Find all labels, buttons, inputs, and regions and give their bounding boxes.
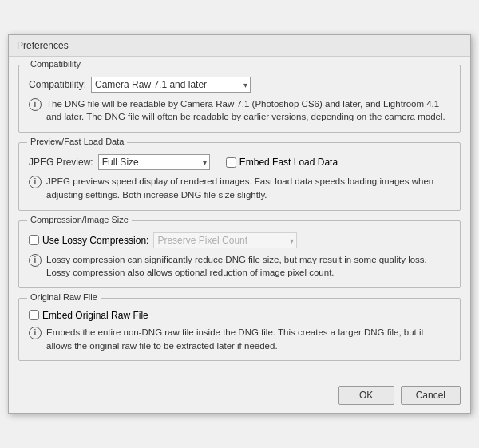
ok-button[interactable]: OK <box>338 386 394 405</box>
preview-info-text: JPEG previews speed display of rendered … <box>46 175 450 201</box>
preview-info-icon: i <box>29 176 42 188</box>
embed-original-checkbox[interactable] <box>29 310 39 320</box>
compatibility-select[interactable]: Camera Raw 2.4 and later Camera Raw 4.1 … <box>91 77 251 93</box>
dialog-body: Compatibility Compatibility: Camera Raw … <box>9 57 470 379</box>
compatibility-info-text: The DNG file will be readable by Camera … <box>46 97 450 124</box>
embed-fast-load-label[interactable]: Embed Fast Load Data <box>240 157 338 168</box>
compatibility-legend: Compatibility <box>27 59 84 69</box>
original-raw-section: Original Raw File Embed Original Raw Fil… <box>18 298 461 361</box>
preview-info-row: i JPEG previews speed display of rendere… <box>29 175 450 201</box>
compatibility-label: Compatibility: <box>29 79 86 90</box>
embed-fast-load-checkbox[interactable] <box>226 157 236 168</box>
lossy-compression-wrapper: Use Lossy Compression: <box>29 235 148 246</box>
lossy-compression-label[interactable]: Use Lossy Compression: <box>42 235 148 246</box>
compatibility-info-row: i The DNG file will be readable by Camer… <box>29 97 450 124</box>
cancel-button[interactable]: Cancel <box>401 386 461 405</box>
preview-section: Preview/Fast Load Data JPEG Preview: Non… <box>18 142 461 210</box>
original-raw-info-icon: i <box>29 327 42 339</box>
dialog-title: Preferences <box>9 35 470 57</box>
embed-fast-load-wrapper: Embed Fast Load Data <box>226 157 338 168</box>
jpeg-preview-select-wrapper: None Medium Size Full Size <box>98 154 210 170</box>
original-raw-info-text: Embeds the entire non-DNG raw file insid… <box>46 326 450 352</box>
compatibility-section: Compatibility Compatibility: Camera Raw … <box>18 65 461 133</box>
preview-legend: Preview/Fast Load Data <box>27 137 127 146</box>
compression-legend: Compression/Image Size <box>27 215 132 224</box>
preferences-dialog: Preferences Compatibility Compatibility:… <box>8 34 471 414</box>
preserve-pixel-select-wrapper: Preserve Pixel Count Reduce to 1 MP Redu… <box>153 232 297 248</box>
jpeg-preview-select[interactable]: None Medium Size Full Size <box>98 154 210 170</box>
original-raw-legend: Original Raw File <box>27 292 101 302</box>
original-raw-info-row: i Embeds the entire non-DNG raw file ins… <box>29 326 450 352</box>
compression-info-text: Lossy compression can significantly redu… <box>46 253 450 280</box>
compression-info-row: i Lossy compression can significantly re… <box>29 253 450 280</box>
compression-section: Compression/Image Size Use Lossy Compres… <box>18 220 461 288</box>
preserve-pixel-select[interactable]: Preserve Pixel Count Reduce to 1 MP Redu… <box>153 232 297 248</box>
lossy-compression-checkbox[interactable] <box>29 235 39 245</box>
embed-original-wrapper: Embed Original Raw File <box>29 310 148 321</box>
dialog-footer: OK Cancel <box>9 379 470 413</box>
compatibility-select-wrapper: Camera Raw 2.4 and later Camera Raw 4.1 … <box>91 77 251 93</box>
embed-original-label[interactable]: Embed Original Raw File <box>42 310 148 321</box>
jpeg-preview-label: JPEG Preview: <box>29 157 93 168</box>
compatibility-info-icon: i <box>29 98 42 111</box>
compression-info-icon: i <box>29 254 42 267</box>
